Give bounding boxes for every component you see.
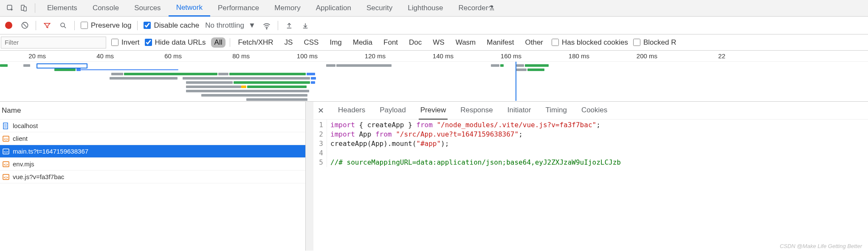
search-icon[interactable] bbox=[58, 20, 68, 31]
timeline-tick: 120 ms bbox=[365, 52, 386, 60]
type-filter-js[interactable]: JS bbox=[281, 37, 296, 48]
timeline-cursor bbox=[516, 62, 516, 101]
panels: Name localhost<>client<>main.ts?t=164715… bbox=[0, 102, 868, 251]
preview-code-view: 12345 import { createApp } from "/node_m… bbox=[313, 120, 868, 167]
timeline[interactable]: 20 ms40 ms60 ms80 ms100 ms120 ms140 ms16… bbox=[0, 51, 868, 102]
inspect-icon[interactable] bbox=[3, 1, 17, 15]
type-filter-ws[interactable]: WS bbox=[429, 37, 448, 48]
code-line bbox=[330, 148, 621, 158]
line-number: 5 bbox=[313, 158, 323, 167]
detail-tab-payload[interactable]: Payload bbox=[378, 102, 407, 120]
request-list-panel: Name localhost<>client<>main.ts?t=164715… bbox=[0, 102, 306, 251]
code-content[interactable]: import { createApp } from "/node_modules… bbox=[327, 120, 621, 167]
blocked-requests-checkbox[interactable]: Blocked R bbox=[633, 38, 676, 47]
type-filter-list: AllFetch/XHRJSCSSImgMediaFontDocWSWasmMa… bbox=[211, 37, 547, 48]
tab-network[interactable]: Network bbox=[169, 0, 210, 17]
download-har-icon[interactable] bbox=[300, 20, 310, 31]
timeline-tick: 80 ms bbox=[232, 52, 250, 60]
svg-text:<>: <> bbox=[4, 175, 8, 180]
request-list-header[interactable]: Name bbox=[0, 102, 305, 120]
detail-tab-response[interactable]: Response bbox=[459, 102, 495, 120]
script-icon: <> bbox=[3, 161, 9, 168]
tab-lighthouse[interactable]: Lighthouse bbox=[400, 0, 451, 17]
preserve-log-checkbox[interactable]: Preserve log bbox=[81, 21, 131, 30]
request-row[interactable]: <>client bbox=[0, 132, 305, 145]
divider bbox=[278, 21, 278, 30]
preserve-log-label: Preserve log bbox=[91, 21, 131, 30]
request-row[interactable]: <>env.mjs bbox=[0, 158, 305, 171]
divider bbox=[74, 21, 75, 30]
detail-tab-cookies[interactable]: Cookies bbox=[580, 102, 609, 120]
invert-label: Invert bbox=[121, 38, 140, 47]
svg-point-5 bbox=[266, 28, 267, 29]
filter-input[interactable] bbox=[1, 37, 106, 48]
tab-list: ElementsConsoleSourcesNetworkPerformance… bbox=[39, 0, 502, 17]
network-conditions-icon[interactable] bbox=[262, 20, 272, 31]
line-gutter: 12345 bbox=[313, 120, 327, 167]
detail-tab-timing[interactable]: Timing bbox=[544, 102, 568, 120]
tab-console[interactable]: Console bbox=[85, 0, 127, 17]
line-number: 4 bbox=[313, 148, 323, 158]
detail-tab-preview[interactable]: Preview bbox=[419, 102, 448, 120]
hide-data-urls-label: Hide data URLs bbox=[155, 38, 206, 47]
divider bbox=[137, 21, 138, 30]
column-name-header: Name bbox=[2, 106, 21, 115]
request-name: main.ts?t=1647159638367 bbox=[13, 148, 88, 155]
timeline-tick: 60 ms bbox=[164, 52, 182, 60]
tab-sources[interactable]: Sources bbox=[127, 0, 168, 17]
type-filter-img[interactable]: Img bbox=[326, 37, 345, 48]
tab-recorder[interactable]: Recorder ⚗ bbox=[451, 0, 502, 17]
type-filter-font[interactable]: Font bbox=[380, 37, 401, 48]
close-icon[interactable]: ✕ bbox=[316, 106, 325, 115]
throttling-select[interactable]: No throttling ▼ bbox=[205, 21, 256, 30]
request-name: env.mjs bbox=[13, 160, 34, 168]
disable-cache-checkbox[interactable]: Disable cache bbox=[144, 21, 199, 30]
detail-tab-headers[interactable]: Headers bbox=[336, 102, 367, 120]
divider bbox=[36, 21, 36, 30]
chevron-down-icon: ▼ bbox=[248, 21, 256, 30]
invert-checkbox[interactable]: Invert bbox=[111, 38, 140, 47]
type-filter-other[interactable]: Other bbox=[522, 37, 547, 48]
type-filter-doc[interactable]: Doc bbox=[406, 37, 425, 48]
request-row[interactable]: <>main.ts?t=1647159638367 bbox=[0, 145, 305, 158]
type-filter-fetch-xhr[interactable]: Fetch/XHR bbox=[234, 37, 276, 48]
clear-icon[interactable] bbox=[20, 20, 30, 31]
line-number: 1 bbox=[313, 120, 323, 130]
tab-memory[interactable]: Memory bbox=[267, 0, 308, 17]
hide-data-urls-checkbox[interactable]: Hide data URLs bbox=[145, 38, 206, 47]
device-toggle-icon[interactable] bbox=[17, 1, 31, 15]
code-line: createApp(App).mount("#app"); bbox=[330, 139, 621, 148]
tab-elements[interactable]: Elements bbox=[39, 0, 85, 17]
line-number: 3 bbox=[313, 139, 323, 148]
request-row[interactable]: localhost bbox=[0, 120, 305, 132]
timeline-ruler: 20 ms40 ms60 ms80 ms100 ms120 ms140 ms16… bbox=[0, 51, 868, 62]
request-name: client bbox=[13, 135, 28, 142]
request-row[interactable]: <>vue.js?v=fa3f7bac bbox=[0, 171, 305, 183]
upload-har-icon[interactable] bbox=[284, 20, 294, 31]
divider bbox=[230, 38, 230, 47]
timeline-tick: 200 ms bbox=[637, 52, 657, 60]
tab-application[interactable]: Application bbox=[308, 0, 359, 17]
tab-performance[interactable]: Performance bbox=[210, 0, 267, 17]
blocked-requests-label: Blocked R bbox=[643, 38, 676, 47]
request-name: localhost bbox=[13, 122, 38, 129]
network-toolbar: Preserve log Disable cache No throttling… bbox=[0, 17, 868, 34]
type-filter-manifest[interactable]: Manifest bbox=[483, 37, 517, 48]
type-filter-wasm[interactable]: Wasm bbox=[452, 37, 479, 48]
svg-text:<>: <> bbox=[4, 137, 8, 141]
has-blocked-cookies-checkbox[interactable]: Has blocked cookies bbox=[552, 38, 628, 47]
detail-panel: ✕ HeadersPayloadPreviewResponseInitiator… bbox=[313, 102, 868, 251]
timeline-tick: 20 ms bbox=[28, 52, 46, 60]
has-blocked-cookies-label: Has blocked cookies bbox=[562, 38, 628, 47]
tab-security[interactable]: Security bbox=[359, 0, 400, 17]
filter-bar: Invert Hide data URLs AllFetch/XHRJSCSSI… bbox=[0, 34, 868, 51]
detail-tab-initiator[interactable]: Initiator bbox=[506, 102, 533, 120]
type-filter-css[interactable]: CSS bbox=[300, 37, 322, 48]
timeline-bars bbox=[0, 62, 868, 101]
type-filter-all[interactable]: All bbox=[211, 37, 226, 48]
record-button[interactable] bbox=[3, 20, 14, 31]
type-filter-media[interactable]: Media bbox=[349, 37, 376, 48]
filter-icon[interactable] bbox=[42, 20, 52, 31]
scrollbar[interactable] bbox=[306, 102, 313, 251]
code-line: import { createApp } from "/node_modules… bbox=[330, 120, 621, 130]
